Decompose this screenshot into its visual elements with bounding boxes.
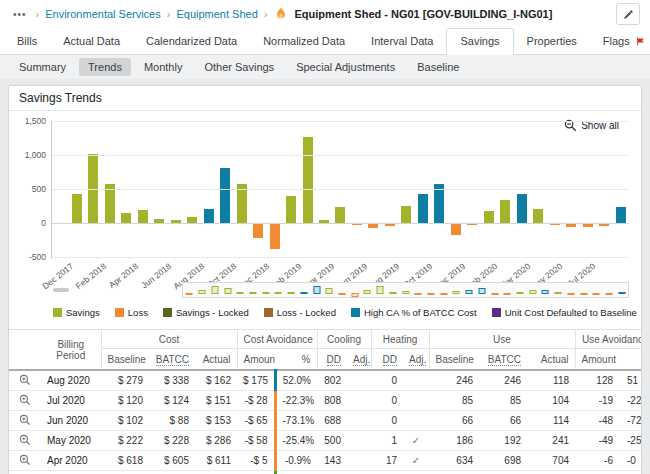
chart-bar-savings[interactable] [303, 137, 313, 223]
chart-bar-loss[interactable] [270, 223, 280, 249]
chart-bar-savings[interactable] [335, 207, 345, 223]
chart-bar-savings[interactable] [121, 213, 131, 223]
legend-label: Loss - Locked [277, 307, 336, 318]
subtab-summary[interactable]: Summary [10, 58, 75, 76]
cell: 808 [317, 391, 347, 411]
cell: -$ 58 [237, 431, 275, 451]
cell [347, 431, 371, 451]
chart-bar-savings[interactable] [533, 209, 543, 223]
savings-trends-chart: Show all 1,5001,0005000-500 Dec 2017Feb … [9, 111, 641, 280]
chart-bar-high_ca[interactable] [434, 184, 444, 223]
navigator-slot [259, 283, 272, 297]
table-subheader-row: BaselineBATCCActualAmount%DDAdj.DDAdj.Ba… [9, 349, 641, 371]
column-header-adj[interactable]: Adj. [403, 349, 429, 371]
column-header-dd[interactable]: DD [317, 349, 347, 371]
breadcrumb-link-environmental-services[interactable]: Environmental Services [45, 8, 161, 20]
chart-bar-high_ca[interactable] [616, 207, 626, 223]
chart-bar-savings[interactable] [500, 200, 510, 223]
overflow-menu-button[interactable]: ••• [10, 7, 30, 22]
row-zoom-button[interactable] [19, 414, 31, 426]
y-axis-label: 500 [32, 184, 46, 194]
legend-item-savings[interactable]: Savings [53, 307, 100, 318]
zoom-in-icon [19, 454, 31, 466]
chart-bar-high_ca[interactable] [220, 168, 230, 223]
navigator-handle[interactable] [53, 288, 69, 292]
cell: 1 [371, 431, 403, 451]
column-header-label[interactable]: BATCC [488, 354, 521, 366]
column-header-label[interactable]: Adj. [353, 354, 370, 366]
legend-item-high-ca-of-batcc-cost[interactable]: High CA % of BATCC Cost [351, 307, 477, 318]
chart-bar-high_ca[interactable] [204, 209, 214, 223]
row-zoom-button[interactable] [19, 374, 31, 386]
row-zoom-button[interactable] [19, 394, 31, 406]
chart-bar-savings[interactable] [286, 196, 296, 223]
subtab-trends[interactable]: Trends [79, 58, 131, 76]
tab-interval-data[interactable]: Interval Data [358, 28, 446, 54]
navigator-slot [552, 283, 565, 297]
navigator-slot [234, 283, 247, 297]
subtab-special-adjustments[interactable]: Special Adjustments [287, 58, 404, 76]
column-header-adj[interactable]: Adj. [347, 349, 371, 371]
cell: 118 [527, 370, 575, 391]
tab-properties[interactable]: Properties [514, 28, 590, 54]
table-group-use: Use [429, 330, 575, 349]
subtab-monthly[interactable]: Monthly [135, 58, 192, 76]
chart-bar-savings[interactable] [138, 210, 148, 223]
subtab-baseline[interactable]: Baseline [408, 58, 468, 76]
cell: -$ 5 [237, 451, 275, 471]
navigator-slot [539, 283, 552, 297]
column-header-batcc[interactable]: BATCC [479, 349, 527, 371]
navigator-slot [437, 283, 450, 297]
tab-label: Calendarized Data [146, 28, 237, 54]
cell: $ 88 [149, 411, 195, 431]
breadcrumb-link-equipment-shed[interactable]: Equipment Shed [176, 8, 257, 20]
legend-item-unit-cost-defaulted-to-baseline[interactable]: Unit Cost Defaulted to Baseline [492, 307, 637, 318]
tab-normalized-data[interactable]: Normalized Data [250, 28, 358, 54]
cell: 66 [479, 411, 527, 431]
chart-bar-savings[interactable] [401, 206, 411, 223]
column-header-batcc[interactable]: BATCC [149, 349, 195, 371]
chart-bar-loss[interactable] [253, 223, 263, 238]
legend-item-loss[interactable]: Loss [115, 307, 148, 318]
legend-swatch [163, 308, 172, 317]
tab-flags[interactable]: Flags [590, 28, 650, 54]
column-header-label[interactable]: DD [383, 354, 397, 366]
billing-period-cell: Jul 2020 [41, 391, 101, 411]
chart-navigator[interactable] [182, 282, 629, 298]
tab-actual-data[interactable]: Actual Data [50, 28, 133, 54]
column-header-label[interactable]: DD [327, 354, 341, 366]
column-header-label[interactable]: Adj. [409, 354, 426, 366]
legend-item-loss-locked[interactable]: Loss - Locked [264, 307, 336, 318]
edit-button[interactable] [616, 3, 640, 25]
navigator-slot [514, 283, 527, 297]
chart-bar-loss[interactable] [451, 223, 461, 235]
cell [347, 411, 371, 431]
navigator-bar [440, 293, 447, 295]
cell: $ 174 [237, 471, 275, 474]
cell: 12.5% [275, 471, 317, 474]
chart-bar-savings[interactable] [72, 194, 82, 223]
chart-bar-savings[interactable] [484, 211, 494, 223]
cell: 85 [429, 391, 479, 411]
cell: -22 [619, 391, 641, 411]
chart-bar-high_ca[interactable] [418, 194, 428, 223]
tab-bills[interactable]: Bills [4, 28, 50, 54]
chart-bar-high_ca[interactable] [517, 194, 527, 223]
cell: $ 338 [149, 370, 195, 391]
tab-savings[interactable]: Savings [446, 28, 513, 55]
chevron-right-icon: › [167, 8, 171, 20]
navigator-bar [377, 286, 384, 294]
row-zoom-button[interactable] [19, 434, 31, 446]
cell: 104 [527, 391, 575, 411]
legend-item-savings-locked[interactable]: Savings - Locked [163, 307, 249, 318]
cell: 12 [619, 471, 641, 474]
column-header-dd[interactable]: DD [371, 349, 403, 371]
tab-calendarized-data[interactable]: Calendarized Data [133, 28, 250, 54]
chart-navigator-row [9, 282, 629, 298]
subtab-other-savings[interactable]: Other Savings [195, 58, 283, 76]
check-icon: ✓ [403, 451, 429, 471]
row-zoom-button[interactable] [19, 454, 31, 466]
column-header-label[interactable]: BATCC [156, 354, 189, 366]
table-group-use-avoidance: Use Avoidance [575, 330, 641, 349]
cell: -$ 65 [237, 411, 275, 431]
